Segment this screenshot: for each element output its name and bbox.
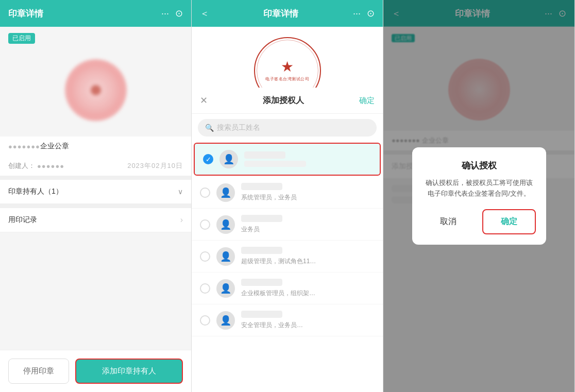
radio-btn-icon — [200, 219, 210, 230]
avatar: 👤 — [216, 311, 235, 330]
more-icon-2[interactable]: ··· — [353, 8, 361, 19]
more-icon-1[interactable]: ··· — [161, 8, 169, 19]
list-item[interactable]: 👤 超级管理员，测试角色11… — [192, 241, 383, 272]
list-item[interactable]: ✓ 👤 — [194, 143, 381, 176]
person-list-2: ✓ 👤 👤 系统管理员，业务员 👤 — [192, 142, 383, 392]
header-icons-1: ··· ⊙ — [161, 8, 183, 19]
creator-label: 创建人： — [8, 161, 35, 171]
person-name-blur — [241, 215, 282, 222]
modal-title-2: 添加授权人 — [263, 95, 304, 106]
search-bar-2[interactable]: 🔍 搜索员工姓名 — [198, 119, 377, 137]
cancel-button[interactable]: 取消 — [422, 209, 474, 234]
person-name-blur — [241, 247, 282, 254]
dialog-body: 确认授权后，被授权员工将可使用该电子印章代表企业签署合同/文件。 — [422, 178, 536, 199]
avatar: 👤 — [216, 279, 235, 298]
radio-btn-icon — [200, 251, 210, 262]
modal-close-icon[interactable]: ✕ — [200, 95, 208, 106]
header-icons-2: ··· ⊙ — [353, 8, 375, 19]
person-name-blur — [241, 183, 282, 190]
confirm-dialog: 确认授权 确认授权后，被授权员工将可使用该电子印章代表企业签署合同/文件。 取消… — [412, 147, 546, 245]
radio-btn-icon — [200, 188, 210, 198]
seal-name-blur: ●●●●●●● — [8, 143, 40, 150]
bottom-actions-1: 停用印章 添加印章持有人 — [0, 350, 191, 392]
list-item[interactable]: 👤 安全管理员，业务员… — [192, 304, 383, 336]
panel2-title: 印章详情 — [263, 8, 298, 20]
person-role: 业务员 — [241, 226, 260, 233]
arrow-right-icon: › — [180, 215, 183, 225]
radio-btn-icon — [200, 283, 210, 294]
person-role: 企业模板管理员，组织架… — [241, 289, 315, 297]
use-record-label: 用印记录 — [8, 215, 37, 225]
target-icon-1[interactable]: ⊙ — [175, 8, 183, 19]
confirm-dialog-overlay: 确认授权 确认授权后，被授权员工将可使用该电子印章代表企业签署合同/文件。 取消… — [383, 0, 574, 392]
avatar: 👤 — [216, 215, 235, 234]
list-item[interactable]: 👤 业务员 — [192, 209, 383, 241]
seal-image-area-1 — [0, 44, 191, 137]
modal-header-2: ✕ 添加授权人 确定 — [192, 88, 383, 114]
person-info — [244, 151, 371, 167]
disable-seal-button[interactable]: 停用印章 — [8, 359, 69, 384]
header-2: ＜ 印章详情 ··· ⊙ — [192, 0, 383, 27]
person-info: 业务员 — [241, 215, 375, 234]
dialog-buttons: 取消 确定 — [422, 209, 536, 234]
avatar: 👤 — [219, 150, 238, 168]
creator-value: ●●●●●● — [37, 162, 64, 170]
avatar: 👤 — [216, 247, 235, 266]
company-seal-label: 企业公章 — [40, 142, 69, 151]
use-record-row[interactable]: 用印记录 › — [0, 208, 191, 232]
person-role: 超级管理员，测试角色11… — [241, 258, 316, 265]
chevron-down-icon: ∨ — [178, 188, 183, 196]
panel-seal-detail-3: ＜ 印章详情 ··· ⊙ 已启用 ●●●●●●● 企业公章 添加授权人 确认授权… — [383, 0, 575, 392]
person-info: 安全管理员，业务员… — [241, 311, 375, 330]
person-name-blur — [244, 151, 285, 159]
divider-2 — [0, 204, 191, 208]
add-seal-holder-button[interactable]: 添加印章持有人 — [75, 359, 183, 384]
seal-holder-label: 印章持有人（1） — [8, 187, 63, 196]
panel-seal-detail-1: 印章详情 ··· ⊙ 已启用 ●●●●●●● 企业公章 创建人： ●●●●●● … — [0, 0, 192, 392]
radio-checked-icon: ✓ — [203, 154, 213, 164]
person-info: 超级管理员，测试角色11… — [241, 247, 375, 266]
add-authorized-modal: ✕ 添加授权人 确定 🔍 搜索员工姓名 ✓ 👤 — [192, 88, 383, 392]
status-badge-1: 已启用 — [8, 33, 35, 44]
person-name-blur — [241, 279, 282, 286]
header-1: 印章详情 ··· ⊙ — [0, 0, 191, 27]
list-item[interactable]: 👤 企业模板管理员，组织架… — [192, 272, 383, 304]
person-name-blur — [241, 311, 282, 318]
dialog-title: 确认授权 — [462, 160, 497, 172]
person-role: 安全管理员，业务员… — [241, 321, 303, 329]
person-extra-blur — [244, 161, 306, 167]
person-info: 系统管理员，业务员 — [241, 183, 375, 202]
avatar: 👤 — [216, 183, 235, 202]
confirm-ok-button[interactable]: 确定 — [482, 209, 536, 234]
target-icon-2[interactable]: ⊙ — [367, 8, 375, 19]
modal-confirm-2[interactable]: 确定 — [359, 96, 375, 106]
seal-holder-row[interactable]: 印章持有人（1） ∨ — [0, 180, 191, 204]
panel1-title: 印章详情 — [8, 8, 43, 20]
seal-inner-dot-1 — [91, 85, 101, 95]
person-info: 企业模板管理员，组织架… — [241, 279, 375, 298]
seal-blurred-1 — [65, 59, 127, 121]
search-icon: 🔍 — [205, 124, 214, 132]
divider-1 — [0, 176, 191, 180]
create-date: 2023年02月10日 — [127, 161, 183, 171]
person-role: 系统管理员，业务员 — [241, 194, 297, 201]
creator-row: 创建人： ●●●●●● 2023年02月10日 — [0, 156, 191, 176]
panel-seal-detail-2: ＜ 印章详情 ··· ⊙ ★ 电子签名台湾测试公司 已启用 ✕ 添加授权人 确定… — [192, 0, 383, 392]
search-placeholder-2: 搜索员工姓名 — [217, 123, 260, 132]
back-icon-2[interactable]: ＜ — [200, 7, 209, 20]
seal-name-row: ●●●●●●● 企业公章 — [0, 137, 191, 156]
list-item[interactable]: 👤 系统管理员，业务员 — [192, 177, 383, 209]
radio-btn-icon — [200, 315, 210, 326]
